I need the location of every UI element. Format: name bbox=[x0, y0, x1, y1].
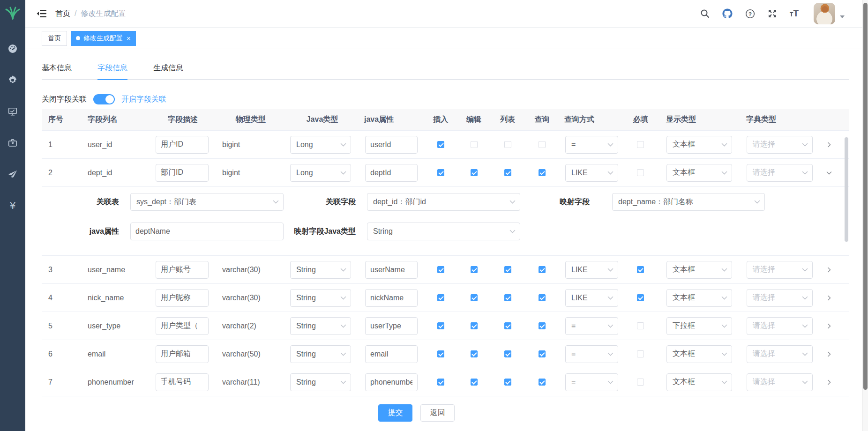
tag-active-view[interactable]: 修改生成配置 × bbox=[71, 31, 136, 46]
app-logo-plant-icon[interactable] bbox=[0, 0, 25, 26]
tag-home[interactable]: 首页 bbox=[42, 31, 67, 46]
java-field-input[interactable] bbox=[365, 261, 418, 279]
java-type-select[interactable]: String bbox=[290, 317, 351, 335]
insert-checkbox[interactable] bbox=[437, 379, 444, 386]
edit-checkbox[interactable] bbox=[471, 322, 478, 329]
display-type-select[interactable]: 文本框 bbox=[666, 164, 732, 182]
required-checkbox[interactable] bbox=[637, 294, 644, 301]
breadcrumb-home[interactable]: 首页 bbox=[55, 9, 70, 19]
expand-row-button[interactable] bbox=[817, 295, 841, 301]
query-mode-select[interactable]: = bbox=[565, 136, 618, 154]
query-checkbox[interactable] bbox=[539, 169, 546, 176]
field-description-input[interactable] bbox=[156, 136, 209, 154]
required-checkbox[interactable] bbox=[637, 322, 644, 329]
edit-checkbox[interactable] bbox=[471, 294, 478, 301]
expand-row-button[interactable] bbox=[817, 170, 841, 176]
insert-checkbox[interactable] bbox=[437, 350, 444, 357]
field-description-input[interactable] bbox=[156, 317, 209, 335]
insert-checkbox[interactable] bbox=[437, 169, 444, 176]
user-menu[interactable] bbox=[814, 3, 845, 24]
query-checkbox[interactable] bbox=[539, 322, 546, 329]
dict-type-select[interactable]: 请选择 bbox=[747, 317, 813, 335]
java-field-input[interactable] bbox=[365, 373, 418, 391]
query-checkbox[interactable] bbox=[539, 379, 546, 386]
query-mode-select[interactable]: LIKE bbox=[565, 164, 618, 182]
display-type-select[interactable]: 下拉框 bbox=[666, 317, 732, 335]
sidebar-item-tool[interactable] bbox=[0, 127, 25, 158]
list-checkbox[interactable] bbox=[504, 294, 511, 301]
list-checkbox[interactable] bbox=[504, 266, 511, 273]
display-type-select[interactable]: 文本框 bbox=[666, 373, 732, 391]
tab-generate-info[interactable]: 生成信息 bbox=[153, 62, 183, 79]
github-icon[interactable] bbox=[722, 8, 733, 19]
list-checkbox[interactable] bbox=[504, 350, 511, 357]
query-mode-select[interactable]: LIKE bbox=[565, 261, 618, 279]
sidebar-item-dashboard[interactable] bbox=[0, 33, 25, 64]
field-description-input[interactable] bbox=[156, 164, 209, 182]
list-checkbox[interactable] bbox=[504, 379, 511, 386]
java-type-select[interactable]: String bbox=[290, 345, 351, 363]
page-scrollbar-thumb[interactable] bbox=[863, 3, 868, 390]
close-tag-icon[interactable]: × bbox=[127, 35, 131, 42]
display-type-select[interactable]: 文本框 bbox=[666, 136, 732, 154]
query-checkbox[interactable] bbox=[539, 266, 546, 273]
required-checkbox[interactable] bbox=[637, 379, 644, 386]
query-mode-select[interactable]: = bbox=[565, 317, 618, 335]
edit-checkbox[interactable] bbox=[471, 379, 478, 386]
sidebar-item-guide[interactable] bbox=[0, 158, 25, 190]
query-mode-select[interactable]: = bbox=[565, 345, 618, 363]
dict-type-select[interactable]: 请选择 bbox=[747, 261, 813, 279]
java-type-select[interactable]: String bbox=[290, 373, 351, 391]
edit-checkbox[interactable] bbox=[471, 141, 478, 148]
field-description-input[interactable] bbox=[156, 289, 209, 307]
insert-checkbox[interactable] bbox=[437, 266, 444, 273]
java-attribute-input[interactable] bbox=[130, 223, 284, 240]
association-toggle[interactable] bbox=[93, 94, 115, 104]
fullscreen-icon[interactable] bbox=[767, 8, 778, 19]
page-scrollbar[interactable] bbox=[862, 0, 868, 431]
query-mode-select[interactable]: LIKE bbox=[565, 289, 618, 307]
java-type-select[interactable]: Long bbox=[290, 136, 351, 154]
display-type-select[interactable]: 文本框 bbox=[666, 261, 732, 279]
sidebar-item-pay[interactable]: ¥ bbox=[0, 190, 25, 221]
help-icon[interactable]: ? bbox=[745, 8, 755, 19]
list-checkbox[interactable] bbox=[504, 141, 511, 148]
required-checkbox[interactable] bbox=[637, 350, 644, 357]
query-checkbox[interactable] bbox=[539, 294, 546, 301]
java-field-input[interactable] bbox=[365, 317, 418, 335]
avatar[interactable] bbox=[814, 3, 835, 24]
dict-type-select[interactable]: 请选择 bbox=[747, 136, 813, 154]
expand-row-button[interactable] bbox=[817, 267, 841, 273]
tab-field-info[interactable]: 字段信息 bbox=[97, 62, 127, 79]
field-description-input[interactable] bbox=[156, 261, 209, 279]
expand-row-button[interactable] bbox=[817, 351, 841, 357]
query-checkbox[interactable] bbox=[539, 141, 546, 148]
query-checkbox[interactable] bbox=[539, 350, 546, 357]
sidebar-collapse-icon[interactable] bbox=[37, 9, 47, 18]
expand-row-button[interactable] bbox=[817, 141, 841, 148]
required-checkbox[interactable] bbox=[637, 266, 644, 273]
sidebar-item-system[interactable] bbox=[0, 64, 25, 96]
list-checkbox[interactable] bbox=[504, 169, 511, 176]
java-type-select[interactable]: String bbox=[290, 261, 351, 279]
display-type-select[interactable]: 文本框 bbox=[666, 345, 732, 363]
query-mode-select[interactable]: = bbox=[565, 373, 618, 391]
related-field-select[interactable]: dept_id：部门id bbox=[367, 193, 520, 211]
edit-checkbox[interactable] bbox=[471, 266, 478, 273]
java-field-input[interactable] bbox=[365, 345, 418, 363]
edit-checkbox[interactable] bbox=[471, 169, 478, 176]
related-table-select[interactable]: sys_dept：部门表 bbox=[130, 193, 284, 211]
insert-checkbox[interactable] bbox=[437, 294, 444, 301]
sidebar-item-monitor[interactable] bbox=[0, 96, 25, 127]
java-field-input[interactable] bbox=[365, 136, 418, 154]
mapped-field-java-type-select[interactable]: String bbox=[367, 223, 520, 240]
insert-checkbox[interactable] bbox=[437, 141, 444, 148]
dict-type-select[interactable]: 请选择 bbox=[747, 164, 813, 182]
expand-row-button[interactable] bbox=[817, 323, 841, 329]
back-button[interactable]: 返回 bbox=[420, 404, 455, 422]
field-description-input[interactable] bbox=[156, 345, 209, 363]
submit-button[interactable]: 提交 bbox=[378, 404, 412, 422]
list-checkbox[interactable] bbox=[504, 322, 511, 329]
display-type-select[interactable]: 文本框 bbox=[666, 289, 732, 307]
insert-checkbox[interactable] bbox=[437, 322, 444, 329]
